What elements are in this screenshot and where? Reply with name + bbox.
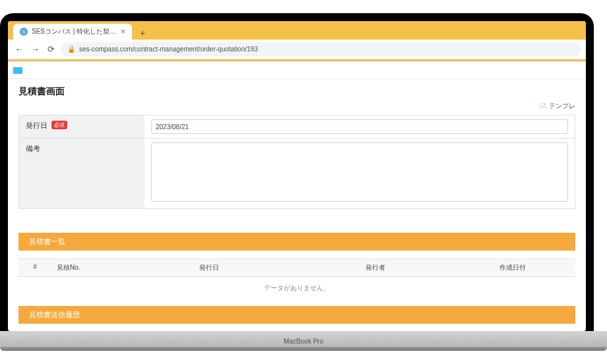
col-created: 作成日付 [449,259,575,276]
template-link[interactable]: 📄 テンプレ [538,102,575,111]
url-text: ses-compass.com/contract-management/orde… [79,46,258,53]
remarks-label-cell: 備考 [19,138,144,208]
list-section-header: 見積書一覧 [18,233,575,251]
page-title-row: 見積書画面 [8,79,586,102]
reload-icon[interactable]: ⟳ [45,44,57,55]
document-icon: 📄 [538,103,546,110]
laptop-label: MacBook Pro [284,338,323,345]
page-content: 見積書画面 📄 テンプレ 発行日 必須 [8,59,586,331]
top-nav-row [8,62,586,79]
url-input[interactable]: 🔒 ses-compass.com/contract-management/or… [61,42,581,57]
history-section-header: 見積書送信履歴 [18,306,575,324]
address-bar: ← → ⟳ 🔒 ses-compass.com/contract-managem… [8,40,586,59]
back-icon[interactable]: ← [13,44,25,55]
browser-tab[interactable]: S SESコンパス | 特化した契約管理・案 × [13,24,132,40]
forward-icon[interactable]: → [29,44,41,55]
template-link-label: テンプレ [549,102,575,111]
page-title: 見積書画面 [18,86,575,98]
table-header-row: # 見積No. 発行日 発行者 作成日付 [18,258,575,277]
form-section: 発行日 必須 備考 [8,115,586,209]
tab-title: SESコンパス | 特化した契約管理・案 [32,27,117,36]
col-issuer: 発行者 [301,259,450,276]
remarks-label: 備考 [26,144,40,154]
new-tab-button[interactable]: + [136,26,149,40]
browser-tab-bar: S SESコンパス | 特化した契約管理・案 × + [8,21,586,40]
col-issue-date: 発行日 [117,259,301,276]
lock-icon: 🔒 [67,46,75,53]
quotation-table: # 見積No. 発行日 発行者 作成日付 データがありません。 [18,258,575,299]
favicon: S [20,28,28,36]
issue-date-label-cell: 発行日 必須 [19,115,144,138]
col-number: # [18,259,51,276]
empty-message: データがありません。 [18,277,575,299]
required-badge: 必須 [51,121,67,129]
close-icon[interactable]: × [121,27,125,36]
app-logo [13,67,22,74]
issue-date-label: 発行日 [26,121,48,131]
remarks-textarea[interactable] [151,142,568,202]
issue-date-input[interactable] [151,119,568,134]
col-quote-no: 見積No. [51,259,117,276]
laptop-base: MacBook Pro [0,331,607,351]
